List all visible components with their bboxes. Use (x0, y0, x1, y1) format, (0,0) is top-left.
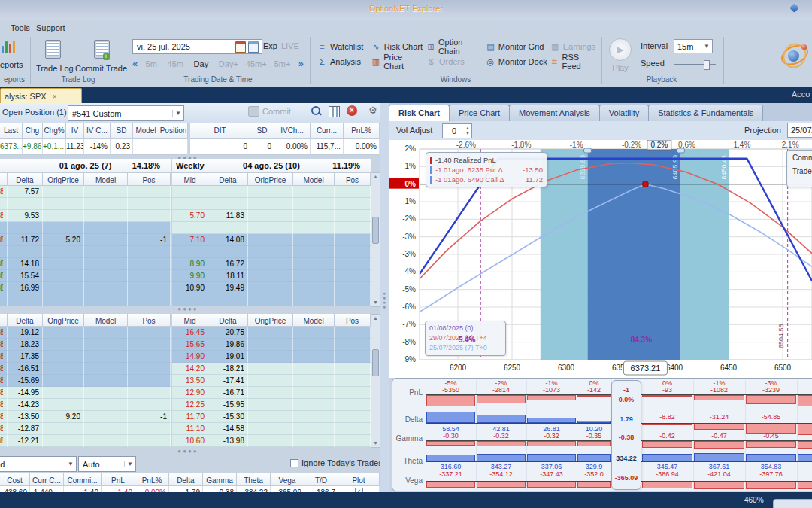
nav-45m-[interactable]: 45m- (168, 59, 186, 68)
chart-overlay-buttons[interactable]: Comm Trade (786, 150, 812, 187)
stats-header[interactable]: Model (133, 123, 159, 139)
strike-cell[interactable] (293, 411, 335, 423)
nav-Day-[interactable]: Day- (194, 59, 211, 68)
accordion-right-label[interactable]: Acco (792, 90, 810, 99)
strike-cell[interactable]: -18.23 (8, 339, 43, 351)
strike-cell[interactable]: 11.10 (172, 423, 208, 435)
strike-row[interactable]: 89.53 (0, 210, 171, 222)
stats-header[interactable]: PnL% (344, 123, 380, 139)
stats-header[interactable]: IV C... (84, 123, 111, 139)
strike-cell[interactable] (43, 423, 84, 435)
strike-cell[interactable] (293, 246, 335, 258)
strike-cell[interactable] (43, 294, 84, 306)
summary-header-Curr C...[interactable]: Curr C... (30, 473, 64, 486)
strike-cell[interactable]: -12.87 (8, 423, 43, 435)
strike-cell[interactable]: -14.95 (8, 387, 43, 399)
ribbon-watchlist[interactable]: ≡Watchlist (316, 39, 370, 54)
column-header-Model[interactable]: Model (84, 173, 128, 186)
strike-cell[interactable] (335, 294, 371, 306)
strike-cell[interactable] (335, 435, 371, 447)
strike-cell[interactable] (128, 282, 171, 294)
strike-cell[interactable]: 7.57 (8, 186, 43, 198)
strike-row[interactable]: 8.9016.72 (172, 258, 371, 270)
strike-cell[interactable]: 13.50 (172, 375, 208, 387)
strike-cell[interactable] (43, 246, 84, 258)
tab-movement-analysis[interactable]: Movement Analysis (509, 105, 600, 121)
strike-row[interactable]: 10.9019.49 (172, 282, 371, 294)
strike-cell[interactable] (0, 246, 8, 258)
menu-tools[interactable]: Tools (8, 23, 33, 33)
strike-cell[interactable] (84, 222, 128, 234)
strike-cell[interactable] (84, 423, 128, 435)
summary-header-PnL[interactable]: PnL (102, 473, 135, 486)
strike-cell[interactable]: 7.10 (172, 234, 208, 246)
strike-row[interactable]: 14.20-18.21 (172, 363, 371, 375)
band-handle-icon[interactable] (584, 148, 592, 153)
strike-cell[interactable]: -19.86 (208, 339, 248, 351)
strike-cell[interactable] (128, 363, 171, 375)
strike-cell[interactable]: -1 (128, 234, 171, 246)
strike-cell[interactable] (335, 423, 371, 435)
strike-row[interactable]: 10.60-13.98 (172, 435, 371, 447)
strike-cell[interactable] (128, 339, 171, 351)
summary-header-Delta[interactable]: Delta (169, 473, 203, 486)
strike-cell[interactable] (248, 294, 293, 306)
strike-cell[interactable] (293, 294, 335, 306)
scrollbar[interactable]: ▲▼ (371, 314, 380, 448)
strike-cell[interactable] (43, 387, 84, 399)
summary-header-Plot[interactable]: Plot (338, 473, 380, 486)
strike-row[interactable] (0, 294, 171, 306)
strike-row[interactable]: 816.99 (0, 282, 171, 294)
strike-cell[interactable] (43, 282, 84, 294)
strike-cell[interactable]: -12.21 (8, 435, 43, 447)
strike-row[interactable]: 12.90-16.71 (172, 387, 371, 399)
strike-cell[interactable] (248, 363, 293, 375)
column-header-OrigPrice[interactable]: OrigPrice (248, 173, 293, 186)
strike-row[interactable]: 8-14.23 (0, 399, 171, 411)
strike-cell[interactable] (0, 294, 8, 306)
strike-cell[interactable] (84, 411, 128, 423)
strike-cell[interactable] (84, 375, 128, 387)
strike-row[interactable]: 11.10-14.58 (172, 423, 371, 435)
strike-cell[interactable]: 18.11 (208, 270, 248, 282)
strike-cell[interactable] (248, 351, 293, 363)
strike-cell[interactable]: 10.60 (172, 435, 208, 447)
strike-cell[interactable]: -17.41 (208, 375, 248, 387)
strike-cell[interactable] (335, 363, 371, 375)
strike-cell[interactable] (208, 186, 248, 198)
ribbon-monitor-dock[interactable]: ◎Monitor Dock (484, 54, 549, 69)
strike-cell[interactable] (84, 246, 128, 258)
strike-cell[interactable] (293, 339, 335, 351)
strike-cell[interactable]: 11.83 (208, 210, 248, 222)
strike-cell[interactable] (84, 294, 128, 306)
strike-cell[interactable] (43, 399, 84, 411)
strike-row[interactable] (0, 246, 171, 258)
strike-cell[interactable] (84, 399, 128, 411)
menu-support[interactable]: Support (33, 23, 68, 33)
strike-cell[interactable] (43, 186, 84, 198)
strike-cell[interactable] (128, 387, 171, 399)
strike-cell[interactable] (293, 387, 335, 399)
strike-cell[interactable]: -14.58 (208, 423, 248, 435)
column-header-Pos[interactable]: Pos (128, 314, 171, 327)
gear-icon[interactable]: ⚙ (368, 105, 377, 116)
strike-cell[interactable] (43, 339, 84, 351)
strike-row[interactable] (172, 222, 371, 234)
strike-cell[interactable] (128, 198, 171, 210)
strike-cell[interactable]: 9.53 (8, 210, 43, 222)
ignore-trades-checkbox[interactable]: Ignore Today's Trades (290, 458, 383, 467)
strike-cell[interactable]: 11.70 (172, 411, 208, 423)
strike-cell[interactable] (293, 435, 335, 447)
strike-row[interactable]: 13.50-17.41 (172, 375, 371, 387)
strike-row[interactable] (172, 294, 371, 306)
strike-cell[interactable]: 14.20 (172, 363, 208, 375)
column-header-Delta[interactable]: Delta (8, 314, 43, 327)
strike-cell[interactable] (293, 210, 335, 222)
trade-date-input[interactable]: vi. 25 jul. 2025 (132, 39, 262, 54)
strike-cell[interactable] (293, 363, 335, 375)
summary-header-Commi...[interactable]: Commi... (64, 473, 102, 486)
vol-adjust-stepper[interactable]: 0 ▲▼ (442, 123, 472, 138)
strike-cell[interactable] (248, 435, 293, 447)
strike-cell[interactable]: 10.90 (172, 282, 208, 294)
time-window-icon[interactable] (248, 41, 259, 53)
